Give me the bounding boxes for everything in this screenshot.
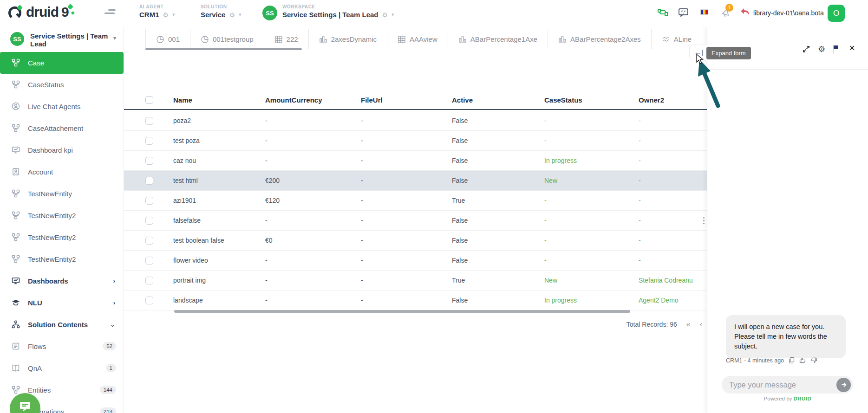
ai-agent-chevron-down-icon[interactable]: ▾	[172, 12, 175, 18]
solution-gear-icon[interactable]: ⚙	[229, 11, 235, 19]
panel-resize-handle[interactable]	[703, 217, 705, 224]
workspace-collapse-chevron-icon[interactable]: ▾	[113, 35, 116, 41]
row-checkbox[interactable]	[145, 177, 153, 185]
cell-fileurl: -	[361, 217, 452, 224]
sidebar-item-dashboard-kpi[interactable]: Dashboard kpi	[0, 139, 124, 161]
sidebar-item-testnewentity2-c[interactable]: TestNewEntity2	[0, 248, 124, 270]
table-horizontal-scrollbar[interactable]	[174, 310, 630, 313]
chat-message-input[interactable]	[729, 381, 836, 389]
sidebar-item-account[interactable]: Account	[0, 161, 124, 183]
announcements-icon[interactable]: 1	[721, 7, 732, 20]
table-row[interactable]: falsefalse - - False - -	[124, 211, 707, 231]
row-checkbox[interactable]	[145, 157, 153, 165]
sidebar-item-testnewentity[interactable]: TestNewEntity	[0, 183, 124, 205]
table-row[interactable]: test boolean false €0 - False - -	[124, 231, 707, 251]
row-checkbox[interactable]	[145, 237, 153, 245]
prev-page-button[interactable]: ‹	[700, 320, 702, 329]
workspace-chevron-down-icon[interactable]: ▾	[392, 12, 394, 18]
first-page-button[interactable]: «	[686, 320, 691, 329]
thumbs-up-icon[interactable]	[799, 357, 806, 364]
row-checkbox[interactable]	[145, 297, 153, 304]
sidebar-item-testnewentity2-b[interactable]: TestNewEntity2	[0, 226, 124, 248]
thumbs-down-icon[interactable]	[810, 357, 817, 364]
table-row-selected[interactable]: test html €200 - False New -	[124, 171, 707, 191]
entity-icon	[11, 58, 20, 67]
cell-active: True	[452, 197, 544, 204]
chevron-right-icon[interactable]: ›	[113, 277, 115, 284]
chevron-right-icon[interactable]: ›	[113, 299, 115, 306]
table-row[interactable]: poza2 - - False - -	[124, 111, 707, 131]
ai-agent-selector[interactable]: AI AGENT CRM1 ⚙ ▾	[139, 4, 175, 19]
column-header-fileurl[interactable]: FileUrl	[361, 96, 452, 104]
row-checkbox[interactable]	[145, 197, 153, 205]
entity-icon	[11, 232, 20, 242]
table-row[interactable]: flower video - - False - -	[124, 251, 707, 271]
sidebar-item-flows[interactable]: Flows 52	[0, 336, 124, 357]
column-header-casestatus[interactable]: CaseStatus	[544, 96, 639, 104]
feedback-chat-icon[interactable]	[678, 7, 689, 19]
ai-agent-gear-icon[interactable]: ⚙	[163, 11, 169, 19]
copy-icon[interactable]	[788, 357, 795, 364]
row-checkbox[interactable]	[145, 217, 153, 225]
user-avatar-button[interactable]: O	[828, 5, 845, 22]
chat-language-flag-us-icon[interactable]	[833, 45, 834, 54]
table-row[interactable]: azi1901 €120 - True - -	[124, 191, 707, 211]
sidebar-section-nlu[interactable]: NLU ›	[0, 292, 124, 314]
cell-amount: -	[265, 117, 361, 124]
cell-status: -	[544, 257, 639, 264]
column-header-amountcurrency[interactable]: AmountCurrency	[265, 96, 361, 104]
language-flag-ro-icon[interactable]	[700, 9, 708, 15]
tab-001[interactable]: 001	[145, 29, 190, 49]
solution-selector[interactable]: SOLUTION Service ⚙ ▾	[201, 4, 241, 19]
workspace-selector[interactable]: WORKSPACE Service Settings | Team Lead ⚙…	[282, 4, 394, 19]
column-header-name[interactable]: Name	[173, 96, 265, 104]
tab-abarpercentage1axe[interactable]: ABarPercentage1Axe	[448, 29, 548, 49]
select-all-checkbox[interactable]	[145, 96, 153, 104]
undo-reply-icon[interactable]	[739, 7, 751, 20]
tab-001testgroup[interactable]: 001testgroup	[190, 29, 264, 49]
cell-name: landscape	[173, 297, 265, 304]
entity-icon	[11, 211, 20, 220]
sidebar-item-live-chat-agents[interactable]: Live Chat Agents	[0, 96, 124, 117]
close-chat-icon[interactable]: ✕	[849, 44, 855, 52]
sidebar-workspace-header[interactable]: SS Service Settings | Team Lead ▾	[0, 26, 124, 52]
sidebar-section-solution-contents[interactable]: Solution Contents ⌄	[0, 314, 124, 336]
column-header-active[interactable]: Active	[452, 96, 544, 104]
solution-chevron-down-icon[interactable]: ▾	[239, 12, 241, 18]
sidebar-item-casestatus[interactable]: CaseStatus	[0, 74, 124, 96]
tab-abarpercentage2axes[interactable]: ABarPercentage2Axes	[548, 29, 652, 49]
tabs-scrollbar-thumb[interactable]	[145, 48, 302, 50]
flows-route-icon[interactable]	[657, 7, 668, 19]
tab-2axesdynamic[interactable]: 2axesDynamic	[309, 29, 387, 49]
chevron-down-icon[interactable]: ⌄	[110, 321, 115, 328]
hamburger-menu-icon[interactable]	[104, 9, 116, 16]
row-checkbox[interactable]	[145, 117, 153, 125]
row-checkbox[interactable]	[145, 257, 153, 265]
table-row[interactable]: portrait img - - True New Stefania Codre…	[124, 271, 707, 290]
row-checkbox[interactable]	[145, 277, 153, 284]
sidebar-item-qna[interactable]: QnA 1	[0, 357, 124, 379]
sidebar-section-dashboards[interactable]: Dashboards ›	[0, 270, 124, 292]
expand-form-button[interactable]: ←	[689, 45, 707, 60]
expand-chat-icon[interactable]	[802, 45, 810, 55]
tab-label: 2axesDynamic	[331, 35, 377, 43]
cell-owner: Stefania Codreanu	[639, 277, 707, 284]
column-header-owner2[interactable]: Owner2	[639, 96, 707, 104]
druid-logo[interactable]: druid 9	[7, 4, 69, 20]
table-row[interactable]: caz nou - - False In progress -	[124, 151, 707, 171]
row-checkbox[interactable]	[145, 137, 153, 145]
table-row[interactable]: test poza - - False - -	[124, 131, 707, 151]
cell-fileurl: -	[361, 257, 452, 264]
send-message-button[interactable]	[836, 378, 851, 392]
tab-aaaview[interactable]: AAAview	[387, 29, 448, 49]
sidebar-item-case[interactable]: Case	[0, 52, 124, 74]
sidebar-item-caseattachement[interactable]: CaseAttachement	[0, 117, 124, 139]
tab-222[interactable]: 222	[264, 29, 309, 49]
sidebar-item-testnewentity2-a[interactable]: TestNewEntity2	[0, 205, 124, 226]
cell-owner: -	[639, 177, 707, 184]
pie-chart-icon	[156, 35, 164, 44]
table-row[interactable]: landscape - - False In progress Agent2 D…	[124, 290, 707, 310]
chat-settings-gear-icon[interactable]: ⚙	[818, 44, 825, 54]
workspace-avatar: SS	[262, 6, 277, 20]
workspace-gear-icon[interactable]: ⚙	[382, 11, 388, 19]
